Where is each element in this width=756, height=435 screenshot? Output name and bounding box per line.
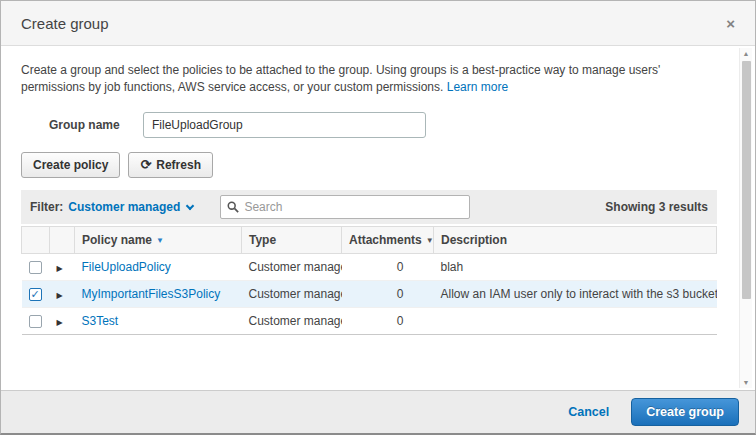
table-header-row: Policy name▼ Type Attachments▼ Descripti… <box>22 227 717 254</box>
header-expand-cell <box>50 227 75 254</box>
table-row: ✓ ▶ MyImportantFilesS3Policy Customer ma… <box>22 281 717 308</box>
toolbar: Create policy ⟳ Refresh <box>21 152 715 178</box>
check-icon: ✓ <box>30 289 39 300</box>
modal-body: Create a group and select the policies t… <box>1 46 755 390</box>
column-header-policy-name[interactable]: Policy name▼ <box>75 227 242 254</box>
group-name-label: Group name <box>49 118 133 132</box>
filter-selected-value: Customer managed <box>68 200 180 214</box>
scrollbar-thumb[interactable] <box>742 61 751 299</box>
chevron-down-icon <box>186 201 194 209</box>
scroll-down-icon[interactable]: ▼ <box>743 377 750 388</box>
sort-icon: ▼ <box>426 236 434 245</box>
modal-title: Create group <box>21 15 109 32</box>
attachments-cell: 0 <box>342 281 434 308</box>
search-input[interactable] <box>244 200 463 214</box>
create-policy-button[interactable]: Create policy <box>21 152 120 178</box>
group-name-row: Group name <box>49 112 715 138</box>
vertical-scrollbar[interactable]: ▲ ▼ <box>739 48 752 388</box>
expand-row-icon[interactable]: ▶ <box>57 264 63 273</box>
column-header-type: Type <box>242 227 342 254</box>
search-box <box>220 195 470 219</box>
intro-text: Create a group and select the policies t… <box>21 62 713 96</box>
description-header-label: Description <box>441 233 507 247</box>
refresh-label: Refresh <box>156 158 201 172</box>
expand-row-icon[interactable]: ▶ <box>57 318 63 327</box>
sort-desc-icon: ▼ <box>156 236 164 245</box>
description-cell: blah <box>434 254 717 281</box>
intro-description: Create a group and select the policies t… <box>21 63 660 94</box>
cancel-button[interactable]: Cancel <box>568 405 609 419</box>
refresh-icon: ⟳ <box>140 160 151 170</box>
policy-name-link[interactable]: FileUploadPolicy <box>82 260 171 274</box>
expand-row-icon[interactable]: ▶ <box>57 291 63 300</box>
table-row: ▶ FileUploadPolicy Customer managed 0 bl… <box>22 254 717 281</box>
refresh-button[interactable]: ⟳ Refresh <box>128 152 213 178</box>
policy-type-cell: Customer managed <box>242 254 342 281</box>
filter-type-dropdown[interactable]: Customer managed <box>68 200 193 214</box>
group-name-input[interactable] <box>143 112 426 138</box>
filter-label: Filter: <box>30 200 63 214</box>
row-checkbox[interactable]: ✓ <box>29 288 42 301</box>
description-cell <box>434 308 717 335</box>
header-checkbox-cell <box>22 227 50 254</box>
policy-name-link[interactable]: S3Test <box>82 314 119 328</box>
search-icon <box>227 201 239 213</box>
create-policy-label: Create policy <box>33 158 108 172</box>
column-header-attachments[interactable]: Attachments▼ <box>342 227 434 254</box>
row-checkbox[interactable] <box>29 261 42 274</box>
table-row: ▶ S3Test Customer managed 0 <box>22 308 717 335</box>
description-cell: Allow an IAM user only to interact with … <box>434 281 717 308</box>
create-group-button[interactable]: Create group <box>631 398 739 426</box>
row-checkbox[interactable] <box>29 315 42 328</box>
policy-type-cell: Customer managed <box>242 281 342 308</box>
attachments-header-label: Attachments <box>349 233 422 247</box>
create-group-modal: Create group × Create a group and select… <box>0 0 756 435</box>
filter-bar: Filter: Customer managed Showing 3 resul… <box>21 190 717 224</box>
policy-name-link[interactable]: MyImportantFilesS3Policy <box>82 287 221 301</box>
scroll-up-icon[interactable]: ▲ <box>743 48 750 59</box>
attachments-cell: 0 <box>342 308 434 335</box>
learn-more-link[interactable]: Learn more <box>447 80 508 94</box>
modal-footer: Cancel Create group <box>1 390 755 433</box>
close-icon[interactable]: × <box>726 16 735 31</box>
modal-header: Create group × <box>1 1 755 46</box>
type-header-label: Type <box>249 233 276 247</box>
attachments-cell: 0 <box>342 254 434 281</box>
column-header-description: Description <box>434 227 717 254</box>
results-count: Showing 3 results <box>605 200 708 214</box>
policy-type-cell: Customer managed <box>242 308 342 335</box>
policy-table: Policy name▼ Type Attachments▼ Descripti… <box>21 226 717 335</box>
policy-name-header-label: Policy name <box>82 233 152 247</box>
